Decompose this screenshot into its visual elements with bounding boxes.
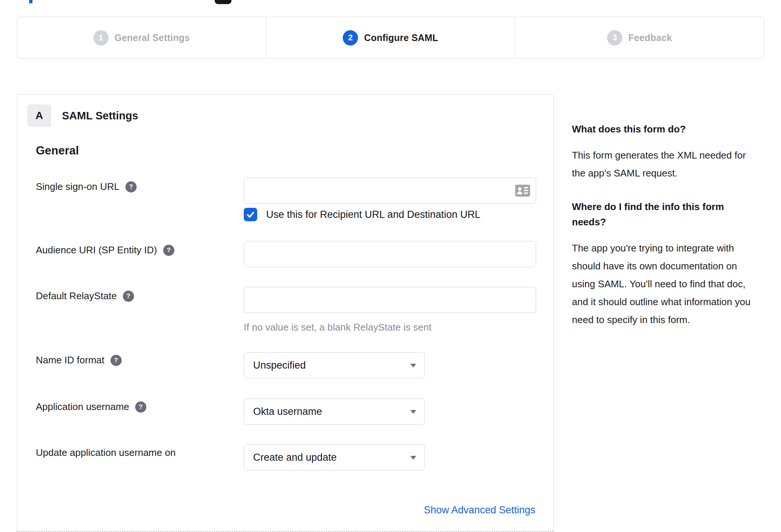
application-username-selected-value: Okta username bbox=[253, 406, 322, 417]
caret-down-icon bbox=[410, 456, 416, 460]
step-number-badge: 2 bbox=[343, 30, 358, 46]
help-icon[interactable]: ? bbox=[125, 181, 137, 193]
help-body-where: The app you're trying to integrate with … bbox=[572, 239, 760, 329]
update-application-username-label-row: Update application username on bbox=[36, 447, 175, 459]
section-a-badge: A bbox=[27, 104, 51, 127]
name-id-format-label-row: Name ID format ? bbox=[36, 354, 122, 366]
step-general-settings[interactable]: 1 General Settings bbox=[17, 17, 266, 59]
relay-state-helper-text: If no value is set, a blank RelayState i… bbox=[244, 322, 432, 333]
audience-uri-input[interactable] bbox=[244, 241, 536, 267]
step-number-badge: 3 bbox=[607, 30, 622, 46]
audience-uri-label-row: Audience URI (SP Entity ID) ? bbox=[36, 244, 174, 256]
name-id-format-selected-value: Unspecified bbox=[253, 360, 306, 371]
caret-down-icon bbox=[410, 364, 416, 367]
page: 1 General Settings 2 Configure SAML 3 Fe… bbox=[0, 0, 781, 532]
relay-state-input[interactable] bbox=[244, 287, 536, 313]
help-icon[interactable]: ? bbox=[163, 245, 174, 256]
help-body-what: This form generates the XML needed for t… bbox=[572, 146, 760, 182]
application-username-label-row: Application username ? bbox=[36, 401, 146, 413]
step-feedback[interactable]: 3 Feedback bbox=[515, 17, 764, 59]
step-number-badge: 1 bbox=[93, 30, 109, 46]
recipient-url-checkbox-label: Use this for Recipient URL and Destinati… bbox=[266, 209, 480, 220]
help-icon[interactable]: ? bbox=[111, 355, 122, 366]
recipient-url-checkbox-row: Use this for Recipient URL and Destinati… bbox=[244, 208, 480, 221]
use-for-recipient-url-checkbox[interactable] bbox=[244, 208, 257, 221]
application-username-label: Application username bbox=[36, 401, 129, 413]
update-application-username-selected-value: Create and update bbox=[253, 452, 337, 463]
step-label: Feedback bbox=[628, 32, 672, 43]
audience-uri-label: Audience URI (SP Entity ID) bbox=[36, 244, 157, 256]
step-configure-saml[interactable]: 2 Configure SAML bbox=[266, 17, 515, 59]
update-application-username-label: Update application username on bbox=[36, 447, 175, 459]
show-advanced-settings-link[interactable]: Show Advanced Settings bbox=[424, 504, 535, 516]
contact-card-icon[interactable] bbox=[515, 185, 530, 197]
application-username-select[interactable]: Okta username bbox=[244, 398, 425, 425]
sso-url-input[interactable] bbox=[244, 178, 536, 204]
relay-state-label: Default RelayState bbox=[36, 290, 117, 302]
sso-url-label-row: Single sign-on URL ? bbox=[36, 181, 137, 193]
sso-url-label: Single sign-on URL bbox=[36, 181, 119, 193]
relay-state-label-row: Default RelayState ? bbox=[36, 290, 134, 302]
wizard-stepper: 1 General Settings 2 Configure SAML 3 Fe… bbox=[17, 17, 764, 59]
help-heading-what: What does this form do? bbox=[572, 122, 760, 137]
cutoff-dark-header-fragment bbox=[215, 0, 231, 4]
checkmark-icon bbox=[246, 210, 255, 219]
sso-url-input-wrap bbox=[244, 178, 536, 204]
help-heading-where: Where do I find the info this form needs… bbox=[572, 199, 760, 229]
step-label: General Settings bbox=[115, 32, 190, 43]
general-group-heading: General bbox=[36, 144, 79, 157]
help-icon[interactable]: ? bbox=[123, 291, 134, 302]
update-application-username-select[interactable]: Create and update bbox=[244, 444, 425, 470]
section-title: SAML Settings bbox=[62, 110, 138, 122]
cutoff-blue-tab-fragment bbox=[29, 0, 32, 3]
name-id-format-select[interactable]: Unspecified bbox=[244, 352, 425, 378]
help-icon[interactable]: ? bbox=[135, 401, 146, 413]
help-sidebar: What does this form do? This form genera… bbox=[572, 122, 760, 346]
name-id-format-label: Name ID format bbox=[36, 354, 105, 366]
step-label: Configure SAML bbox=[364, 32, 438, 43]
saml-settings-card: A SAML Settings General Single sign-on U… bbox=[17, 94, 554, 532]
caret-down-icon bbox=[410, 410, 416, 414]
